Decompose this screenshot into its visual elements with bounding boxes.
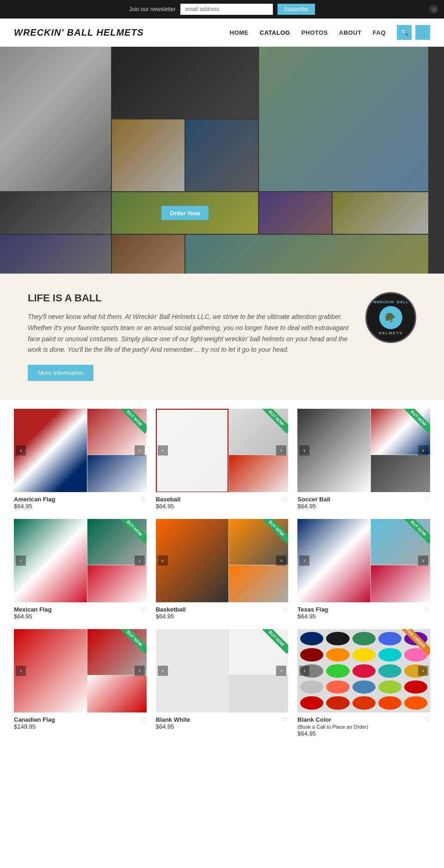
prev-button[interactable]: ‹ <box>16 556 26 566</box>
product-american-flag: BUY NOW ‹ › American Flag $64.95 ♡ <box>14 409 147 510</box>
next-button[interactable]: › <box>276 556 286 566</box>
product-info: Basketball $64.95 ♡ <box>156 606 289 620</box>
hero-img-4 <box>112 119 185 191</box>
next-button[interactable]: › <box>276 666 286 676</box>
product-name: Canadian Flag <box>14 716 55 723</box>
subscribe-button[interactable]: Subscribe <box>278 4 315 15</box>
product-image-canadian: BUY NOW ‹ › <box>14 629 147 712</box>
preorder-badge: PRE-ORDER <box>402 629 430 657</box>
wishlist-icon[interactable]: ♡ <box>282 496 288 503</box>
wishlist-icon[interactable]: ♡ <box>424 716 430 724</box>
buy-now-badge: BUY NOW <box>119 629 147 657</box>
next-button[interactable]: › <box>276 445 286 456</box>
close-icon[interactable]: ✕ <box>429 5 438 14</box>
prev-button[interactable]: ‹ <box>158 556 168 566</box>
product-mexican-flag: BUY NOW ‹ › Mexican Flag $64.95 ♡ <box>14 519 147 620</box>
product-name: Blank White <box>156 716 190 723</box>
product-blank-color: PRE-ORDER <box>297 629 430 737</box>
next-button[interactable]: › <box>135 556 145 566</box>
next-button[interactable]: › <box>418 556 428 566</box>
buy-now-badge: BUY NOW <box>260 629 288 657</box>
product-price: $64.95 <box>297 503 330 510</box>
wishlist-icon[interactable]: ♡ <box>141 716 147 724</box>
product-info: Blank Color(Book a Call to Place an Orde… <box>297 716 430 737</box>
prev-button[interactable]: ‹ <box>16 666 26 676</box>
hero-img-1 <box>0 47 111 191</box>
nav-home[interactable]: HOME <box>230 29 249 36</box>
next-button[interactable]: › <box>418 445 428 456</box>
hero-img-10 <box>0 235 111 274</box>
hero-img-7: Order Now <box>112 192 258 234</box>
product-name: Blank Color(Book a Call to Place an Orde… <box>297 716 368 730</box>
header: WRECKIN' BALL HELMETS HOME CATALOG PHOTO… <box>0 19 444 47</box>
site-logo[interactable]: WRECKIN' BALL HELMETS <box>14 27 144 38</box>
hero-img-6 <box>0 192 111 234</box>
product-name: American Flag <box>14 496 56 503</box>
wishlist-icon[interactable]: ♡ <box>282 716 288 724</box>
prev-button[interactable]: ‹ <box>158 445 168 456</box>
prev-button[interactable]: ‹ <box>158 666 168 676</box>
product-info: American Flag $64.95 ♡ <box>14 496 147 510</box>
product-image-mexican: BUY NOW ‹ › <box>14 519 147 602</box>
nav-photos[interactable]: PHOTOS <box>301 29 328 36</box>
wishlist-icon[interactable]: ♡ <box>282 606 288 613</box>
prev-button[interactable]: ‹ <box>299 666 309 676</box>
product-name: Basketball <box>156 606 186 613</box>
buy-now-badge: BUY NOW <box>260 409 288 437</box>
next-button[interactable]: › <box>418 666 428 676</box>
product-texas-flag: BUY NOW ‹ › Texas Flag $64.95 ♡ <box>297 519 430 620</box>
products-section: BUY NOW ‹ › American Flag $64.95 ♡ <box>0 400 444 756</box>
info-body: They'll never know what hit them. At Wre… <box>28 312 352 356</box>
product-info: Blank White $64.95 ♡ <box>156 716 289 730</box>
prev-button[interactable]: ‹ <box>16 445 26 456</box>
search-button[interactable]: 🔍 <box>397 25 412 40</box>
buy-now-badge: BUY NOW <box>402 409 430 437</box>
nav-faq[interactable]: FAQ <box>373 29 386 36</box>
product-image-soccer: BUY NOW ‹ › <box>297 409 430 492</box>
product-soccer-ball: BUY NOW ‹ › Soccer Ball $64.95 ♡ <box>297 409 430 510</box>
product-info: Texas Flag $64.95 ♡ <box>297 606 430 620</box>
next-button[interactable]: › <box>135 445 145 456</box>
product-price: $64.95 <box>14 503 56 510</box>
company-logo: WRECKIN' BALL 🪖 HELMETS <box>365 292 416 343</box>
nav-catalog[interactable]: CATALOG <box>260 29 290 36</box>
product-image-blank-color: PRE-ORDER <box>297 629 430 712</box>
wishlist-icon[interactable]: ♡ <box>141 496 147 503</box>
hero-img-2 <box>112 47 258 119</box>
order-now-button[interactable]: Order Now <box>161 206 209 220</box>
cart-button[interactable]: 🛒 <box>415 25 430 40</box>
hero-img-11 <box>112 235 185 274</box>
info-section: LIFE IS A BALL They'll never know what h… <box>0 274 444 400</box>
product-price: $64.95 <box>297 613 328 620</box>
hero-section: Order Now <box>0 47 444 274</box>
buy-now-badge: BUY NOW <box>402 519 430 547</box>
product-info: Soccer Ball $64.95 ♡ <box>297 496 430 510</box>
newsletter-input[interactable] <box>180 4 273 15</box>
product-price: $149.95 <box>14 723 55 730</box>
hero-img-3 <box>259 47 428 191</box>
more-info-button[interactable]: More Information <box>28 365 93 381</box>
product-basketball: BUY NOW ‹ › Basketball $64.95 ♡ <box>156 519 289 620</box>
product-name: Texas Flag <box>297 606 328 613</box>
product-price: $64.95 <box>156 613 186 620</box>
hero-img-5 <box>185 119 258 191</box>
product-image-texas: BUY NOW ‹ › <box>297 519 430 602</box>
buy-now-badge: BUY NOW <box>119 409 147 437</box>
product-name: Baseball <box>156 496 180 503</box>
product-price: $64.95 <box>156 503 180 510</box>
newsletter-label: Join our newsletter <box>129 6 176 12</box>
newsletter-bar: Join our newsletter Subscribe ✕ <box>0 0 444 19</box>
nav-icons: 🔍 🛒 <box>397 25 430 40</box>
products-grid: BUY NOW ‹ › American Flag $64.95 ♡ <box>14 409 430 737</box>
nav-about[interactable]: ABOUT <box>339 29 362 36</box>
wishlist-icon[interactable]: ♡ <box>424 496 430 503</box>
product-baseball: BUY NOW ‹ › Baseball $64.95 ♡ <box>156 409 289 510</box>
next-button[interactable]: › <box>135 666 145 676</box>
wishlist-icon[interactable]: ♡ <box>141 606 147 613</box>
prev-button[interactable]: ‹ <box>299 556 309 566</box>
prev-button[interactable]: ‹ <box>299 445 309 456</box>
hero-img-12 <box>185 235 428 274</box>
wishlist-icon[interactable]: ♡ <box>424 606 430 613</box>
product-name: Soccer Ball <box>297 496 330 503</box>
main-nav: HOME CATALOG PHOTOS ABOUT FAQ 🔍 🛒 <box>230 25 430 40</box>
